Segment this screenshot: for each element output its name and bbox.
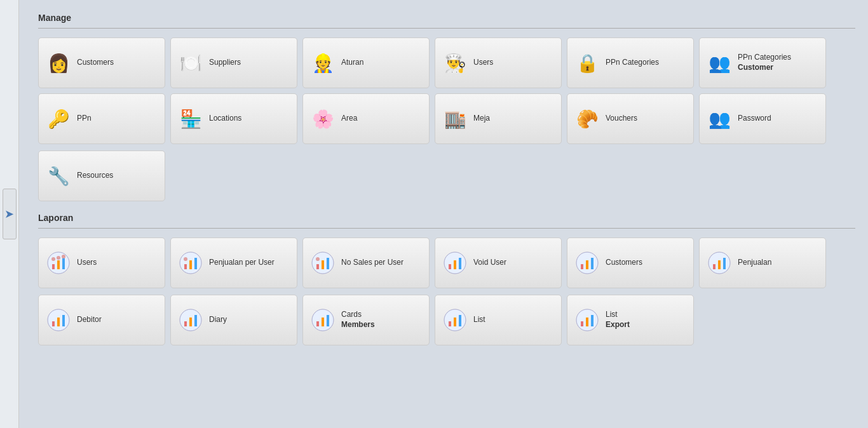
debitor-label: Debitor bbox=[77, 315, 102, 325]
resources-label: Resources bbox=[77, 171, 113, 181]
card-ppn[interactable]: 🔑 PPn bbox=[38, 93, 165, 144]
svg-rect-38 bbox=[316, 321, 319, 326]
svg-point-16 bbox=[316, 257, 320, 261]
card-diary[interactable]: Diary bbox=[170, 295, 297, 345]
svg-rect-40 bbox=[327, 315, 329, 326]
list-label: List bbox=[473, 315, 485, 325]
card-no-sales-per-user[interactable]: No Sales per User bbox=[302, 237, 430, 288]
locations-icon: 🏪 bbox=[179, 107, 203, 131]
card-ppn-categories-customer[interactable]: 👥 PPn CategoriesCustomer bbox=[699, 37, 826, 88]
svg-rect-18 bbox=[449, 264, 451, 269]
svg-rect-36 bbox=[194, 315, 197, 326]
void-user-label: Void User bbox=[473, 258, 506, 268]
card-vouchers[interactable]: 🥐 Vouchers bbox=[567, 93, 694, 144]
lap-customers-label: Customers bbox=[606, 258, 642, 268]
penjualan-per-user-icon bbox=[179, 251, 203, 275]
card-aturan[interactable]: 👷 Aturan bbox=[302, 37, 430, 88]
lap-users-icon bbox=[46, 251, 71, 275]
vouchers-label: Vouchers bbox=[606, 114, 637, 124]
card-password[interactable]: 👥 Password bbox=[699, 93, 826, 144]
diary-icon bbox=[179, 308, 203, 332]
svg-rect-43 bbox=[454, 318, 456, 326]
laporan-title: Laporan bbox=[38, 213, 855, 223]
svg-rect-48 bbox=[591, 315, 593, 326]
list-icon bbox=[443, 308, 467, 332]
svg-point-5 bbox=[57, 256, 60, 260]
aturan-label: Aturan bbox=[341, 58, 363, 68]
card-customers[interactable]: 👩 Customers bbox=[38, 37, 165, 88]
svg-rect-22 bbox=[581, 264, 583, 269]
ppn-categories-label: PPn Categories bbox=[606, 58, 659, 68]
card-penjualan[interactable]: Penjualan bbox=[699, 237, 826, 288]
laporan-section: Laporan Users bbox=[38, 213, 855, 345]
svg-rect-46 bbox=[581, 321, 583, 326]
card-list[interactable]: List bbox=[435, 295, 562, 345]
card-resources[interactable]: 🔧 Resources bbox=[38, 150, 165, 201]
sidebar: ➤ bbox=[0, 0, 19, 428]
debitor-icon bbox=[46, 308, 71, 332]
resources-icon: 🔧 bbox=[46, 164, 71, 188]
penjualan-icon bbox=[707, 251, 731, 275]
card-suppliers[interactable]: 🍽️ Suppliers bbox=[170, 37, 297, 88]
no-sales-per-user-label: No Sales per User bbox=[341, 258, 403, 268]
sidebar-arrow-icon: ➤ bbox=[4, 207, 14, 221]
suppliers-icon: 🍽️ bbox=[179, 51, 203, 75]
meja-label: Meja bbox=[473, 114, 490, 124]
penjualan-per-user-label: Penjualan per User bbox=[209, 258, 275, 268]
svg-rect-47 bbox=[586, 318, 588, 326]
suppliers-label: Suppliers bbox=[209, 58, 241, 68]
lap-customers-icon bbox=[575, 251, 599, 275]
ppn-categories-customer-label: PPn CategoriesCustomer bbox=[738, 53, 791, 72]
manage-divider bbox=[38, 28, 855, 29]
ppn-categories-customer-icon: 👥 bbox=[707, 51, 731, 75]
card-meja[interactable]: 🏬 Meja bbox=[435, 93, 562, 144]
password-icon: 👥 bbox=[707, 107, 731, 131]
svg-point-6 bbox=[62, 255, 65, 258]
svg-rect-35 bbox=[189, 318, 192, 326]
manage-section: Manage 👩 Customers 🍽️ Suppliers 👷 Aturan… bbox=[38, 13, 855, 201]
card-void-user[interactable]: Void User bbox=[435, 237, 562, 288]
card-ppn-categories[interactable]: 🔒 PPn Categories bbox=[567, 37, 694, 88]
card-cards-members[interactable]: CardsMembers bbox=[302, 295, 430, 345]
card-penjualan-per-user[interactable]: Penjualan per User bbox=[170, 237, 297, 288]
svg-rect-34 bbox=[184, 321, 187, 326]
area-icon: 🌸 bbox=[311, 107, 335, 131]
svg-point-4 bbox=[51, 257, 55, 261]
page-wrapper: ➤ Manage 👩 Customers 🍽️ Suppliers 👷 Atur… bbox=[0, 0, 868, 428]
list-export-icon bbox=[575, 308, 599, 332]
svg-rect-23 bbox=[586, 260, 588, 269]
card-debitor[interactable]: Debitor bbox=[38, 295, 165, 345]
svg-rect-30 bbox=[52, 321, 55, 326]
svg-rect-44 bbox=[459, 315, 461, 326]
svg-rect-15 bbox=[327, 258, 329, 269]
svg-rect-28 bbox=[723, 258, 726, 269]
card-users[interactable]: 👨‍🍳 Users bbox=[435, 37, 562, 88]
cards-members-icon bbox=[311, 308, 335, 332]
manage-title: Manage bbox=[38, 13, 855, 23]
main-content: Manage 👩 Customers 🍽️ Suppliers 👷 Aturan… bbox=[19, 0, 868, 428]
cards-members-label: CardsMembers bbox=[341, 310, 375, 330]
svg-rect-13 bbox=[316, 264, 319, 269]
svg-rect-42 bbox=[449, 321, 451, 326]
svg-rect-27 bbox=[718, 260, 721, 269]
vouchers-icon: 🥐 bbox=[575, 107, 599, 131]
card-area[interactable]: 🌸 Area bbox=[302, 93, 430, 144]
sidebar-toggle[interactable]: ➤ bbox=[3, 189, 17, 239]
meja-icon: 🏬 bbox=[443, 107, 467, 131]
laporan-grid-row1: Users Penjualan per User bbox=[38, 237, 855, 288]
card-lap-users[interactable]: Users bbox=[38, 237, 165, 288]
laporan-grid-row2: Debitor Diary bbox=[38, 295, 855, 345]
card-list-export[interactable]: ListExport bbox=[567, 295, 694, 345]
password-label: Password bbox=[738, 114, 771, 124]
svg-rect-1 bbox=[52, 264, 55, 269]
card-locations[interactable]: 🏪 Locations bbox=[170, 93, 297, 144]
customers-icon: 👩 bbox=[46, 51, 71, 75]
ppn-categories-icon: 🔒 bbox=[575, 51, 599, 75]
svg-rect-39 bbox=[322, 318, 324, 326]
ppn-label: PPn bbox=[77, 114, 92, 124]
list-export-label: ListExport bbox=[606, 310, 630, 330]
svg-rect-10 bbox=[194, 258, 197, 269]
card-lap-customers[interactable]: Customers bbox=[567, 237, 694, 288]
svg-rect-19 bbox=[454, 260, 456, 269]
users-label: Users bbox=[473, 58, 493, 68]
